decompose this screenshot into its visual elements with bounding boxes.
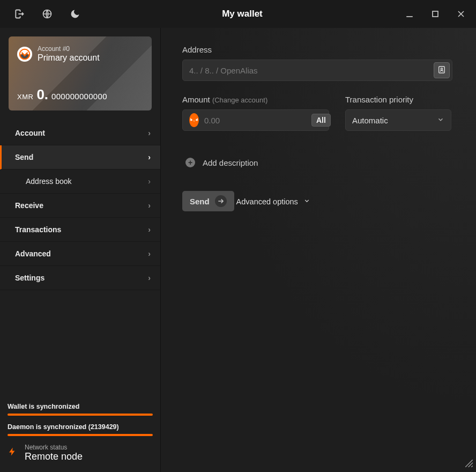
balance-decimal: 000000000000 bbox=[51, 92, 107, 101]
theme-toggle-button[interactable] bbox=[64, 4, 86, 24]
add-description-button[interactable]: + Add description bbox=[182, 158, 455, 167]
nav-item-address-book[interactable]: Address book › bbox=[0, 169, 160, 194]
lock-wallet-button[interactable] bbox=[9, 4, 30, 24]
chevron-right-icon: › bbox=[148, 225, 151, 234]
chevron-right-icon: › bbox=[148, 129, 151, 137]
amount-input[interactable] bbox=[204, 116, 306, 125]
advanced-options-label: Advanced options bbox=[236, 197, 298, 206]
account-name: Primary account bbox=[38, 53, 100, 63]
maximize-icon bbox=[430, 9, 441, 19]
nav-item-settings[interactable]: Settings › bbox=[0, 266, 160, 290]
xmr-coin-icon bbox=[189, 113, 199, 127]
minimize-icon bbox=[404, 9, 415, 19]
chevron-down-icon bbox=[303, 197, 310, 206]
amount-all-button[interactable]: All bbox=[311, 114, 331, 127]
chevron-right-icon: › bbox=[148, 249, 151, 258]
globe-icon bbox=[42, 9, 53, 19]
amount-input-wrap: All bbox=[182, 109, 329, 131]
svg-point-7 bbox=[441, 68, 442, 70]
language-button[interactable] bbox=[36, 4, 58, 24]
titlebar: My wallet bbox=[0, 0, 476, 28]
nav-label: Send bbox=[15, 153, 33, 161]
contact-icon bbox=[437, 65, 446, 76]
nav-item-receive[interactable]: Receive › bbox=[0, 194, 160, 218]
address-input-wrap bbox=[182, 60, 452, 81]
account-card[interactable]: Account #0 Primary account XMR 0. 000000… bbox=[9, 36, 152, 110]
svg-line-11 bbox=[471, 466, 473, 467]
arrow-right-icon bbox=[215, 195, 227, 207]
nav-item-account[interactable]: Account › bbox=[0, 121, 160, 145]
nav-label: Settings bbox=[15, 274, 44, 282]
wallet-sync-bar bbox=[8, 414, 153, 416]
network-status[interactable]: Network status Remote node bbox=[8, 444, 153, 462]
plus-icon: + bbox=[185, 158, 195, 167]
nav-label: Transactions bbox=[15, 225, 61, 234]
sidebar-status: Wallet is synchronized Daemon is synchro… bbox=[0, 396, 160, 472]
maximize-button[interactable] bbox=[425, 4, 446, 24]
nav-item-advanced[interactable]: Advanced › bbox=[0, 242, 160, 266]
exit-icon bbox=[14, 9, 25, 19]
wallet-sync-label: Wallet is synchronized bbox=[8, 403, 153, 410]
minimize-button[interactable] bbox=[399, 4, 420, 24]
nav-item-transactions[interactable]: Transactions › bbox=[0, 218, 160, 242]
close-icon bbox=[456, 9, 466, 19]
nav-label: Account bbox=[15, 129, 45, 137]
send-button[interactable]: Send bbox=[182, 191, 234, 211]
resize-handle-icon[interactable] bbox=[465, 460, 473, 469]
main-panel: Address Amount (Change account) bbox=[161, 28, 476, 472]
address-input[interactable] bbox=[189, 66, 428, 75]
bolt-icon bbox=[8, 445, 17, 462]
balance-currency: XMR bbox=[17, 93, 33, 101]
moon-icon bbox=[70, 9, 80, 19]
advanced-options-toggle[interactable]: Advanced options bbox=[236, 197, 310, 206]
daemon-sync-bar bbox=[8, 434, 153, 436]
send-button-label: Send bbox=[190, 197, 210, 206]
network-status-label: Network status bbox=[25, 444, 83, 451]
address-label: Address bbox=[182, 45, 455, 54]
nav-item-send[interactable]: Send › bbox=[0, 145, 160, 169]
account-subtitle: Account #0 bbox=[38, 45, 100, 53]
address-book-button[interactable] bbox=[434, 62, 450, 78]
close-button[interactable] bbox=[450, 4, 472, 24]
change-account-link[interactable]: (Change account) bbox=[212, 96, 267, 104]
nav-label: Address book bbox=[26, 177, 72, 186]
chevron-right-icon: › bbox=[148, 201, 151, 210]
svg-rect-2 bbox=[433, 11, 438, 17]
nav-label: Receive bbox=[15, 201, 43, 210]
chevron-down-icon bbox=[437, 116, 444, 125]
priority-value: Automatic bbox=[352, 116, 388, 125]
amount-label: Amount (Change account) bbox=[182, 95, 329, 104]
balance-integer: 0. bbox=[36, 86, 48, 103]
add-description-label: Add description bbox=[203, 158, 258, 167]
priority-label: Transaction priority bbox=[345, 95, 451, 104]
nav-label: Advanced bbox=[15, 249, 51, 258]
monero-logo-icon bbox=[17, 47, 32, 62]
nav-list: Account › Send › Address book › Receive … bbox=[0, 121, 160, 290]
sidebar: Account #0 Primary account XMR 0. 000000… bbox=[0, 28, 161, 472]
chevron-right-icon: › bbox=[148, 177, 151, 186]
window-title: My wallet bbox=[86, 9, 399, 19]
chevron-right-icon: › bbox=[148, 274, 151, 282]
chevron-right-icon: › bbox=[148, 153, 151, 161]
network-status-value: Remote node bbox=[25, 451, 83, 462]
daemon-sync-label: Daemon is synchronized (2139429) bbox=[8, 423, 153, 431]
priority-select[interactable]: Automatic bbox=[345, 109, 451, 131]
